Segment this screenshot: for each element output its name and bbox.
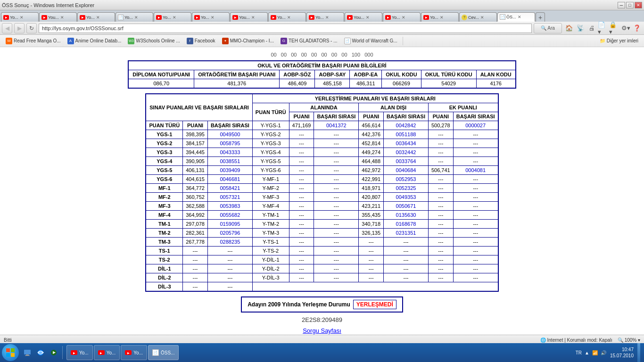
lp-dil2: --- <box>183 273 208 282</box>
nav-tools: 🏠 📡 🖨 📄▾ 🔒▾ ⚙▾ ❓ <box>564 23 642 33</box>
adp-ygs5: 464,488 <box>359 157 384 166</box>
tab-3-close[interactable]: ✕ <box>96 15 100 20</box>
tab-11-close[interactable]: ✕ <box>402 15 405 20</box>
tab-8[interactable]: ▶ Yo... ✕ <box>268 12 306 22</box>
tools-button[interactable]: ⚙▾ <box>620 23 631 33</box>
new-tab-button[interactable]: + <box>536 12 545 22</box>
home-button[interactable]: 🏠 <box>564 23 574 33</box>
table-row: YGS-4 390,905 0038551 Y-YGS-5 --- --- 46… <box>146 157 498 166</box>
eks-tm1: --- <box>453 211 498 220</box>
col-okul-turu: OKUL TÜRÜ KODU <box>421 70 476 79</box>
ekp-dil1: --- <box>428 255 453 264</box>
bookmark-anime[interactable]: A Anime Online Datab... <box>65 37 124 45</box>
tab-14-close[interactable]: ✕ <box>518 15 521 19</box>
bookmark-manga[interactable]: M Read Free Manga O... <box>3 37 64 45</box>
tab-12[interactable]: ▶ Yo... ✕ <box>421 12 459 22</box>
refresh-button[interactable]: ↻ <box>26 23 37 33</box>
rs-mf1: --- <box>314 175 359 184</box>
bookmark-w3[interactable]: W3 W3Schools Online ... <box>125 37 182 45</box>
bookmark-wow-label: World of Warcraft G... <box>352 38 397 43</box>
tab-9[interactable]: ▶ Yo... ✕ <box>306 12 344 22</box>
tab-5[interactable]: ▶ Yo... ✕ <box>154 12 191 22</box>
bookmarks-separator <box>403 37 403 45</box>
maximize-button[interactable]: □ <box>626 2 634 8</box>
tab-14-active[interactable]: 📄 ÖS... ✕ <box>497 12 535 22</box>
ls-ygs2: 0058795 <box>207 139 252 148</box>
eks-ygs4: --- <box>453 148 498 157</box>
safety-button[interactable]: 🔒▾ <box>609 23 619 33</box>
left-puan-turu-col: PUAN TÜRÜ <box>146 121 182 130</box>
tab-3[interactable]: ▶ Yo... ✕ <box>77 12 115 22</box>
tab-13-close[interactable]: ✕ <box>480 15 484 20</box>
tab-6-favicon: ▶ <box>194 15 200 20</box>
tab-2[interactable]: ▶ You... ✕ <box>39 12 77 22</box>
tab-6-close[interactable]: ✕ <box>211 15 215 20</box>
ls-tm2: 0205796 <box>207 229 252 238</box>
bookmark-facebook[interactable]: f Facebook <box>184 37 218 45</box>
tab-7[interactable]: ▶ You... ✕ <box>230 12 268 22</box>
minimize-button[interactable]: ─ <box>618 2 625 8</box>
tab-12-favicon: ▶ <box>423 15 429 20</box>
ekp-tm2: --- <box>428 220 453 229</box>
bookmark-mmo-label: MMO-Champion - I... <box>230 38 274 43</box>
page-button[interactable]: 📄▾ <box>598 23 608 33</box>
rss-button[interactable]: 📡 <box>575 23 586 33</box>
start-button[interactable] <box>2 344 19 345</box>
tab-8-close[interactable]: ✕ <box>287 15 291 20</box>
ads-ygs4: 0032442 <box>384 148 429 157</box>
code-text: 2E2S8:209489 <box>302 316 342 323</box>
tab-6[interactable]: ▶ Yo... ✕ <box>192 12 230 22</box>
ads-ygs2: 0051188 <box>384 130 429 139</box>
lp-dil3: --- <box>183 282 208 292</box>
ls-ygs1: 0049500 <box>207 130 252 139</box>
close-button[interactable]: ✕ <box>635 2 642 8</box>
col-ortaogretim: ORTAÖĞRETİM BAŞARI PUANI <box>194 70 280 79</box>
lp-ygs1: 398,395 <box>183 130 208 139</box>
help-button[interactable]: ❓ <box>632 23 642 33</box>
sorgu-link[interactable]: Sorgu Sayfası <box>303 327 341 334</box>
lp-ygs3: 394,445 <box>183 148 208 157</box>
title-bar-left: ÖSS Sonuç - Windows Internet Explorer <box>2 2 94 8</box>
ekp-ygs5: --- <box>428 157 453 166</box>
lt-mf2: MF-2 <box>146 193 182 202</box>
rp-tm3: --- <box>289 229 314 238</box>
bookmarks-folder[interactable]: 📁 Diğer yer imleri <box>597 37 641 44</box>
bookmark-mmo[interactable]: ✦ MMO-Champion - I... <box>219 37 277 45</box>
bookmark-gladiators[interactable]: G TEH GLADIATORS - ... <box>278 37 340 45</box>
rs-mf3: --- <box>314 193 359 202</box>
ads-dil1: --- <box>384 255 429 264</box>
back-button[interactable]: ◀ <box>2 23 12 33</box>
tab-9-close[interactable]: ✕ <box>325 15 329 20</box>
tab-7-close[interactable]: ✕ <box>251 15 255 20</box>
tab-2-close[interactable]: ✕ <box>60 15 64 20</box>
lt-dil3: DİL-3 <box>146 282 182 292</box>
tab-12-close[interactable]: ✕ <box>440 15 444 20</box>
tab-1[interactable]: ▶ Yo... ✕ <box>1 12 39 22</box>
ek-sira-ygs1: 0000027 <box>453 121 498 130</box>
tab-11[interactable]: ▶ Yo... ✕ <box>383 12 421 22</box>
bookmark-anime-favicon: A <box>67 38 74 44</box>
tab-9-favicon: ▶ <box>309 15 314 20</box>
tab-10-close[interactable]: ✕ <box>366 15 370 20</box>
yerlesme-header: YERLEŞTİRME PUANLARI VE BAŞARI SIRALARI <box>252 94 498 103</box>
tab-13[interactable]: ? Cev... ✕ <box>459 12 497 22</box>
tab-1-close[interactable]: ✕ <box>20 15 24 20</box>
tab-13-label: Cev... <box>468 15 479 20</box>
bookmark-wow[interactable]: 📄 World of Warcraft G... <box>341 37 400 45</box>
tab-4-close[interactable]: ✕ <box>134 15 138 20</box>
search-button[interactable]: 🔍 Ara <box>534 23 562 33</box>
tab-10[interactable]: ▶ You... ✕ <box>345 12 382 22</box>
print-button[interactable]: 🖨 <box>586 23 597 33</box>
tab-4[interactable]: 📄 Yo... ✕ <box>116 12 153 22</box>
rs-ygs2: --- <box>314 130 359 139</box>
bookmark-wow-favicon: 📄 <box>344 38 351 44</box>
forward-button[interactable]: ▶ <box>14 23 25 33</box>
col-alan-kodu: ALAN KODU <box>476 70 516 79</box>
tab-5-close[interactable]: ✕ <box>173 15 176 20</box>
rs-ts2: --- <box>314 247 359 255</box>
adp-mf2: 418,971 <box>359 184 384 193</box>
table-row: DİL-2 --- --- Y-DİL-3 --- --- --- --- --… <box>146 273 498 282</box>
show-desktop-strip[interactable] <box>637 343 640 345</box>
val-aobp-ea: 486,311 <box>350 79 382 89</box>
address-bar[interactable]: http://lys.osym.gov.tr/OSSSonuc.srf <box>39 24 532 33</box>
